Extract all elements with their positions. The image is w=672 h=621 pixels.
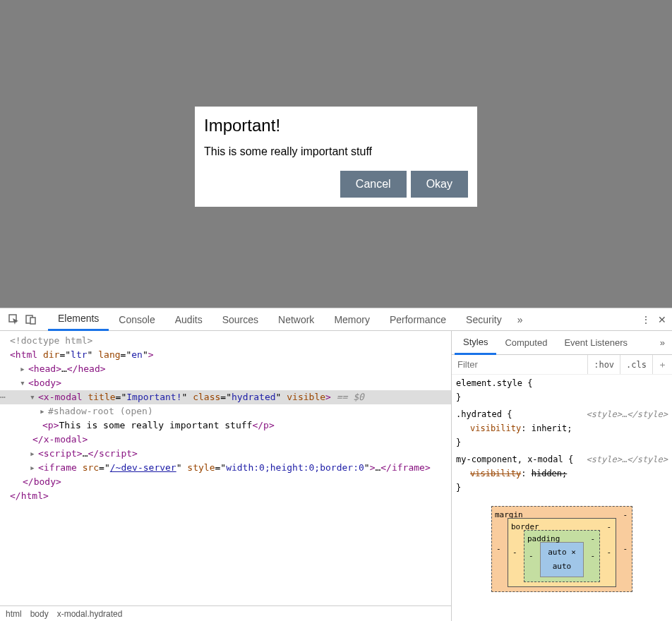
styles-rules[interactable]: element.style {} <style>…</style> .hydra… (452, 375, 672, 621)
tab-console[interactable]: Console (109, 308, 164, 331)
tab-styles[interactable]: Styles (455, 331, 496, 355)
tab-performance[interactable]: Performance (380, 308, 456, 331)
dom-html-close[interactable]: </html> (0, 489, 451, 503)
hov-toggle[interactable]: :hov (587, 355, 620, 374)
dom-body-close[interactable]: </body> (0, 475, 451, 489)
cancel-button[interactable]: Cancel (340, 171, 407, 198)
rule-element-style[interactable]: element.style {} (456, 376, 668, 404)
device-icon[interactable] (23, 314, 40, 325)
rule-my-component[interactable]: <style>…</style> my-component, x-modal {… (456, 452, 668, 495)
dom-body-open[interactable]: ▾<body> (0, 376, 451, 390)
tab-memory[interactable]: Memory (324, 308, 380, 331)
dom-xmodal-selected[interactable]: ▾<x-modal title="Important!" class="hydr… (0, 390, 451, 404)
devtools-tabbar: Elements Console Audits Sources Network … (0, 308, 672, 331)
breadcrumb: html body x-modal.hydrated (0, 605, 451, 621)
styles-panel: Styles Computed Event Listeners » :hov .… (452, 331, 672, 621)
dom-iframe[interactable]: ▸<iframe src="/~dev-server" style="width… (0, 461, 451, 475)
tab-audits[interactable]: Audits (165, 308, 212, 331)
dom-shadow-root[interactable]: ▸#shadow-root (open) (0, 404, 451, 418)
modal-title: Important! (204, 116, 468, 135)
rule-hydrated[interactable]: <style>…</style> .hydrated { visibility:… (456, 407, 668, 450)
tab-network[interactable]: Network (268, 308, 324, 331)
crumb-html[interactable]: html (6, 609, 22, 619)
dom-xmodal-close[interactable]: </x-modal> (0, 433, 451, 447)
overflow-icon[interactable]: » (656, 337, 669, 348)
tab-sources[interactable]: Sources (212, 308, 268, 331)
padding-label: padding (527, 532, 560, 546)
menu-icon[interactable]: ⋮ (641, 314, 651, 325)
okay-button[interactable]: Okay (411, 171, 468, 198)
tab-security[interactable]: Security (456, 308, 512, 331)
close-icon[interactable]: ✕ (658, 314, 666, 325)
content-box: auto × auto (540, 542, 584, 577)
page-viewport: Important! This is some really important… (0, 0, 672, 308)
new-style-rule-icon[interactable]: ＋ (652, 355, 672, 374)
inspect-icon[interactable] (6, 314, 23, 325)
crumb-xmodal[interactable]: x-modal.hydrated (57, 609, 123, 619)
tab-event-listeners[interactable]: Event Listeners (556, 331, 636, 355)
dom-tree[interactable]: <!doctype html> <html dir="ltr" lang="en… (0, 331, 451, 605)
styles-filter-row: :hov .cls ＋ (452, 355, 672, 375)
dom-p[interactable]: <p>This is some really important stuff</… (0, 418, 451, 433)
elements-panel: <!doctype html> <html dir="ltr" lang="en… (0, 331, 452, 621)
tab-elements[interactable]: Elements (48, 308, 109, 331)
devtools-panel: Elements Console Audits Sources Network … (0, 308, 672, 621)
crumb-body[interactable]: body (30, 609, 49, 619)
modal-dialog: Important! This is some really important… (195, 107, 477, 207)
styles-tabbar: Styles Computed Event Listeners » (452, 331, 672, 355)
dom-script[interactable]: ▸<script>…</script> (0, 447, 451, 461)
modal-body: This is some really important stuff (204, 145, 468, 158)
dom-html-open[interactable]: <html dir="ltr" lang="en"> (0, 348, 451, 362)
cls-toggle[interactable]: .cls (620, 355, 652, 374)
dom-head[interactable]: ▸<head>…</head> (0, 362, 451, 376)
svg-rect-2 (30, 318, 35, 324)
modal-button-row: Cancel Okay (204, 171, 468, 198)
styles-filter-input[interactable] (452, 355, 587, 374)
dom-doctype[interactable]: <!doctype html> (0, 334, 451, 348)
tab-computed[interactable]: Computed (496, 331, 556, 355)
overflow-icon[interactable]: » (512, 314, 529, 325)
box-model: margin - - - border - - - padding - (491, 506, 632, 592)
